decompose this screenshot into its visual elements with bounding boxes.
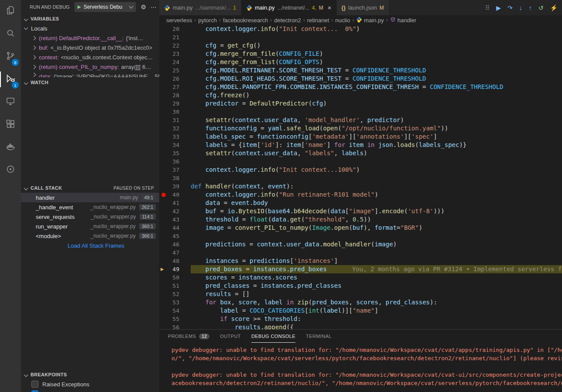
line-number[interactable]: 51 (168, 282, 179, 290)
line-number[interactable]: 40 (168, 191, 179, 199)
code-text[interactable]: context.logger.info("Init context... 0%"… (191, 25, 562, 33)
line-number[interactable]: 52 (168, 290, 179, 298)
code-text[interactable]: context.logger.info("Run retinanet-R101 … (191, 191, 562, 199)
breakpoint-margin[interactable] (159, 224, 168, 232)
breakpoint-margin[interactable]: ▶ (159, 265, 168, 273)
line-number[interactable]: 43 (168, 215, 179, 224)
line-number[interactable]: 25 (168, 66, 179, 75)
more-actions-icon[interactable]: ⋯ (151, 3, 157, 10)
breadcrumb-item-nuclio[interactable]: nuclio (335, 17, 350, 24)
line-number[interactable]: 47 (168, 249, 179, 257)
line-number[interactable]: 56 (168, 323, 179, 329)
line-number[interactable]: 32 (168, 124, 179, 133)
breakpoint-margin[interactable] (159, 141, 168, 149)
breakpoint-margin[interactable] (159, 166, 168, 174)
step-into-icon[interactable]: ↓ (519, 5, 522, 11)
code-text[interactable]: functionconfig = yaml.safe_load(open("/o… (191, 124, 562, 133)
breakpoint-margin[interactable] (159, 182, 168, 191)
breakpoint-margin[interactable] (159, 66, 168, 75)
variable-row[interactable]: data:{'image': 'iVBORw0KG=AAAANSUhE… 55… (21, 72, 159, 77)
line-number[interactable]: 55 (168, 315, 179, 323)
breakpoint-margin[interactable] (159, 99, 168, 108)
code-text[interactable]: cfg.MODEL.PANOPTIC_FPN.COMBINE.INSTANCES… (191, 83, 562, 91)
variables-section-header[interactable]: VARIABLES (21, 14, 159, 24)
breadcrumb-item-retinanet[interactable]: retinanet (307, 17, 329, 24)
line-number[interactable]: 38 (168, 174, 179, 182)
line-number[interactable]: 27 (168, 83, 179, 91)
activity-run-and-debug[interactable]: 1 (0, 68, 21, 91)
breakpoint-margin[interactable] (159, 199, 168, 207)
code-text[interactable]: labels = {item['id']: item['name'] for i… (191, 141, 562, 149)
line-number[interactable]: 41 (168, 199, 179, 207)
breadcrumb-item-detectron2[interactable]: detectron2 (274, 17, 301, 24)
activity-source-control[interactable]: 8 (0, 45, 21, 68)
line-number[interactable]: 49 (168, 265, 179, 273)
line-number[interactable]: 45 (168, 232, 179, 240)
code-text[interactable]: results.append({ (191, 323, 562, 329)
step-over-icon[interactable]: ↷ (507, 5, 513, 11)
line-number[interactable]: 22 (168, 41, 179, 50)
breakpoint-margin[interactable] (159, 91, 168, 99)
panel-tab-terminal[interactable]: TERMINAL (306, 330, 332, 343)
breakpoint-margin[interactable] (159, 50, 168, 58)
code-text[interactable]: predictions = context.user_data.model_ha… (191, 240, 562, 249)
variable-row[interactable]: buf:<_io.BytesIO object at 0x7f5a2dc1ecc… (21, 43, 159, 52)
code-text[interactable]: label = COCO_CATEGORIES[int(label)]["nam… (191, 307, 562, 315)
code-text[interactable]: data = event.body (191, 199, 562, 207)
breakpoint-margin[interactable] (159, 240, 168, 249)
tab-launch.json[interactable]: {}launch.jsonM (337, 0, 389, 15)
debug-config-dropdown[interactable]: ▶ Serverless Debu (74, 2, 137, 12)
code-text[interactable]: labels_spec = functionconfig['metadata']… (191, 133, 562, 141)
breadcrumb-item-pytorch[interactable]: pytorch (198, 17, 217, 24)
code-text[interactable]: for box, score, label in zip(pred_boxes,… (191, 298, 562, 307)
line-number[interactable]: 35 (168, 149, 179, 157)
code-text[interactable]: context.logger.info("Init context...100%… (191, 166, 562, 174)
breakpoint-margin[interactable] (159, 207, 168, 215)
line-number[interactable]: 30 (168, 108, 179, 116)
breakpoint-margin[interactable] (159, 33, 168, 41)
breakpoint-margin[interactable] (159, 323, 168, 329)
line-number[interactable]: 53 (168, 298, 179, 307)
line-number[interactable]: 39 (168, 182, 179, 191)
line-number[interactable]: 28 (168, 91, 179, 99)
line-number[interactable]: 50 (168, 273, 179, 282)
breakpoint-margin[interactable] (159, 257, 168, 265)
activity-remote-explorer[interactable] (0, 91, 21, 113)
stack-frame-row[interactable]: handlermain.py49:1 (21, 193, 159, 202)
code-text[interactable]: pred_classes = instances.pred_classes (191, 282, 562, 290)
code-text[interactable] (191, 33, 562, 41)
tab-main.py[interactable]: main.py.../siammask/...1 (159, 0, 241, 15)
variable-row[interactable]: (return) convert_PIL_to_numpy:array([[[ … (21, 62, 159, 72)
code-text[interactable]: cfg.freeze() (191, 91, 562, 99)
breakpoint-margin[interactable] (159, 273, 168, 282)
breakpoint-margin[interactable] (159, 298, 168, 307)
breakpoint-margin[interactable] (159, 58, 168, 66)
activity-docker[interactable] (0, 136, 21, 159)
code-text[interactable]: cfg.MODEL.RETINANET.SCORE_THRESH_TEST = … (191, 66, 562, 75)
load-all-stack-frames-link[interactable]: Load All Stack Frames (21, 241, 159, 250)
breadcrumb-item-serverless[interactable]: serverless (166, 17, 192, 24)
variable-row[interactable]: (return) DefaultPredictor.__call__:{'ins… (21, 33, 159, 43)
line-number[interactable]: 48 (168, 257, 179, 265)
code-text[interactable]: predictor = DefaultPredictor(cfg) (191, 99, 562, 108)
activity-explorer[interactable] (0, 0, 21, 23)
breadcrumb-item-main.py[interactable]: main.py (356, 17, 384, 24)
line-number[interactable]: 44 (168, 224, 179, 232)
breakpoint-margin[interactable] (159, 307, 168, 315)
code-text[interactable]: scores = instances.scores (191, 273, 562, 282)
breakpoint-margin[interactable] (159, 157, 168, 166)
code-text[interactable]: image = convert_PIL_to_numpy(Image.open(… (191, 224, 562, 232)
code-text[interactable]: def handler(context, event): (191, 182, 562, 191)
breadcrumb-item-handler[interactable]: handler (390, 17, 416, 24)
checkbox-checked-icon[interactable]: ✓ (31, 390, 38, 392)
line-number[interactable]: 34 (168, 141, 179, 149)
line-number[interactable]: 36 (168, 157, 179, 166)
code-text[interactable]: results = [] (191, 290, 562, 298)
code-text[interactable] (191, 157, 562, 166)
breakpoint-margin[interactable] (159, 174, 168, 182)
breakpoint-margin[interactable] (159, 124, 168, 133)
variable-row[interactable]: context:<nuclio_sdk.context.Context obje… (21, 52, 159, 62)
breakpoint-row[interactable]: ✓Uncaught Exceptions (21, 389, 159, 392)
breakpoint-margin[interactable] (159, 25, 168, 33)
breakpoint-row[interactable]: Raised Exceptions (21, 379, 159, 389)
